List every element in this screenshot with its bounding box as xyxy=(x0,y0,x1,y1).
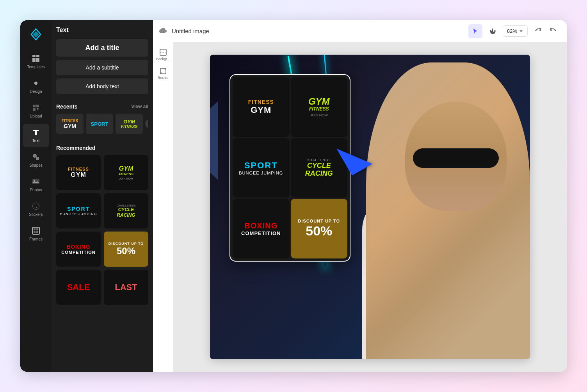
popup-discount-l1: DISCOUNT UP TO xyxy=(298,219,340,223)
popup-cycle-main: CYCLERACING xyxy=(305,162,333,178)
view-all-button[interactable]: View all xyxy=(131,104,148,109)
recent-chip-gym-fitness[interactable]: GYM FITNESS xyxy=(116,114,143,134)
sidebar-item-frames[interactable]: Frames xyxy=(23,222,49,245)
sidebar-item-templates[interactable]: Templates xyxy=(23,50,49,73)
popup-boxing-l1: BOXING xyxy=(244,221,277,230)
main-content: Untitled image 82% xyxy=(153,20,567,372)
zoom-button[interactable]: 82% xyxy=(503,25,528,37)
sidebar-item-shapes[interactable]: Shapes xyxy=(23,148,49,171)
template-card-cycle-racing[interactable]: Challenge CYCLERACING xyxy=(104,193,148,228)
stickers-icon xyxy=(31,201,41,211)
svg-rect-10 xyxy=(32,179,39,184)
sidebar-item-label-templates: Templates xyxy=(27,65,45,69)
sidebar-item-text[interactable]: Text xyxy=(23,124,49,147)
svg-rect-7 xyxy=(33,108,36,111)
text-panel: Text Add a title Add a subtitle Add body… xyxy=(52,20,153,372)
cloud-icon xyxy=(159,27,167,35)
template-cycle-main: CYCLERACING xyxy=(117,207,135,217)
sidebar-item-photos[interactable]: Photos xyxy=(23,173,49,196)
resize-tool[interactable]: Resize xyxy=(155,66,171,81)
svg-point-4 xyxy=(34,82,37,85)
template-gym-fitness-sub: JOIN NOW xyxy=(119,177,133,180)
sidebar-item-label-frames: Frames xyxy=(29,237,43,241)
recent-chip-sport[interactable]: SPORT xyxy=(86,114,113,134)
sidebar-item-stickers[interactable]: Stickers xyxy=(23,198,49,221)
template-boxing-line2: COMPETITION xyxy=(61,250,95,255)
add-subtitle-button[interactable]: Add a subtitle xyxy=(56,60,148,75)
popup-cell-boxing[interactable]: BOXING COMPETITION xyxy=(233,199,290,258)
sidebar-item-label-design: Design xyxy=(30,89,42,94)
popup-gym-fitness-l2: FITNESS xyxy=(309,106,329,112)
sidebar-item-design[interactable]: Design xyxy=(23,75,49,98)
recents-label: Recents xyxy=(56,103,77,110)
sidebar-item-upload[interactable]: Upload xyxy=(23,99,49,122)
recents-next-button[interactable] xyxy=(145,119,148,128)
upload-icon xyxy=(31,103,41,112)
svg-rect-9 xyxy=(36,157,39,160)
sidebar-item-label-text: Text xyxy=(32,139,39,143)
template-card-fitness-gym[interactable]: FITNESS GYM xyxy=(56,155,101,190)
undo-button[interactable] xyxy=(531,24,545,38)
template-card-discount[interactable]: DISCOUNT UP TO 50% xyxy=(104,232,148,267)
popup-card[interactable]: FITNESS GYM GYM FITNESS JOIN NOW SPORT xyxy=(229,74,350,262)
svg-rect-1 xyxy=(36,55,39,57)
svg-rect-13 xyxy=(34,228,36,230)
app-logo xyxy=(28,27,44,42)
triangle-connector xyxy=(210,102,218,180)
template-last-line1: LAST xyxy=(115,282,137,292)
template-sale-line1: SALE xyxy=(67,282,90,292)
template-gym-fitness-line2: FITNESS xyxy=(119,172,133,176)
photo-canvas: FITNESS GYM GYM FITNESS JOIN NOW SPORT xyxy=(210,55,530,359)
svg-rect-5 xyxy=(33,105,36,107)
template-card-last[interactable]: LAST xyxy=(104,270,148,305)
popup-gym-fitness-l3: JOIN NOW xyxy=(310,113,328,117)
template-card-sport-bungee[interactable]: SPORT BUNGEE JUMPING xyxy=(56,193,101,228)
toolbar-right: 82% xyxy=(468,24,560,38)
document-title: Untitled image xyxy=(172,28,464,34)
add-title-button[interactable]: Add a title xyxy=(56,39,148,57)
svg-rect-0 xyxy=(32,55,36,57)
template-grid: FITNESS GYM GYM FITNESS JOIN NOW SPORT B… xyxy=(56,155,148,305)
template-card-boxing[interactable]: BOXING COMPETITION xyxy=(56,232,101,267)
template-discount-line1: DISCOUNT UP TO xyxy=(109,242,144,246)
template-gym-fitness-line1: GYM xyxy=(119,165,133,172)
recents-row: FITNESS GYM SPORT GYM FITNESS xyxy=(56,114,148,134)
popup-fitness-gym-l2: GYM xyxy=(251,105,271,115)
template-sport-line2: BUNGEE JUMPING xyxy=(60,212,97,216)
redo-button[interactable] xyxy=(546,24,560,38)
template-fitness-gym-line1: FITNESS xyxy=(68,167,89,171)
svg-rect-2 xyxy=(32,58,36,62)
text-icon xyxy=(31,128,41,137)
popup-cell-gym-fitness[interactable]: GYM FITNESS JOIN NOW xyxy=(291,77,348,137)
svg-rect-14 xyxy=(36,228,38,230)
canvas-area: Backgr... Resize xyxy=(153,42,567,372)
template-fitness-gym-line2: GYM xyxy=(71,171,86,178)
model-container xyxy=(343,55,530,359)
svg-rect-12 xyxy=(32,227,39,234)
svg-rect-16 xyxy=(36,231,38,233)
popup-cell-sport-bungee[interactable]: SPORT BUNGEE JUMPING xyxy=(233,138,290,198)
template-card-gym-fitness[interactable]: GYM FITNESS JOIN NOW xyxy=(104,155,148,190)
popup-cell-fitness-gym[interactable]: FITNESS GYM xyxy=(233,77,290,137)
select-tool-button[interactable] xyxy=(468,24,482,38)
add-body-button[interactable]: Add body text xyxy=(56,78,148,94)
recent-chip-fitness-gym[interactable]: FITNESS GYM xyxy=(56,114,84,134)
left-toolbar: Backgr... Resize xyxy=(153,42,173,372)
design-icon xyxy=(31,78,41,88)
template-card-sale[interactable]: SALE xyxy=(56,270,101,305)
popup-cell-discount[interactable]: DISCOUNT UP TO 50% xyxy=(291,199,348,258)
svg-rect-6 xyxy=(36,105,39,107)
sidebar-item-label-stickers: Stickers xyxy=(29,212,43,217)
sidebar-item-label-upload: Upload xyxy=(30,114,42,118)
background-tool[interactable]: Backgr... xyxy=(155,47,171,62)
panel-title: Text xyxy=(56,27,148,34)
svg-point-11 xyxy=(34,180,35,181)
popup-sport-l2: BUNGEE JUMPING xyxy=(239,171,283,175)
hand-tool-button[interactable] xyxy=(486,24,500,38)
canvas-main: FITNESS GYM GYM FITNESS JOIN NOW SPORT xyxy=(173,42,567,372)
icon-sidebar: Templates Design Upload xyxy=(20,20,52,372)
recommended-header: Recommended xyxy=(56,145,148,151)
top-bar: Untitled image 82% xyxy=(153,20,567,42)
popup-gym-fitness-l1: GYM xyxy=(308,97,330,106)
template-boxing-line1: BOXING xyxy=(66,244,90,250)
